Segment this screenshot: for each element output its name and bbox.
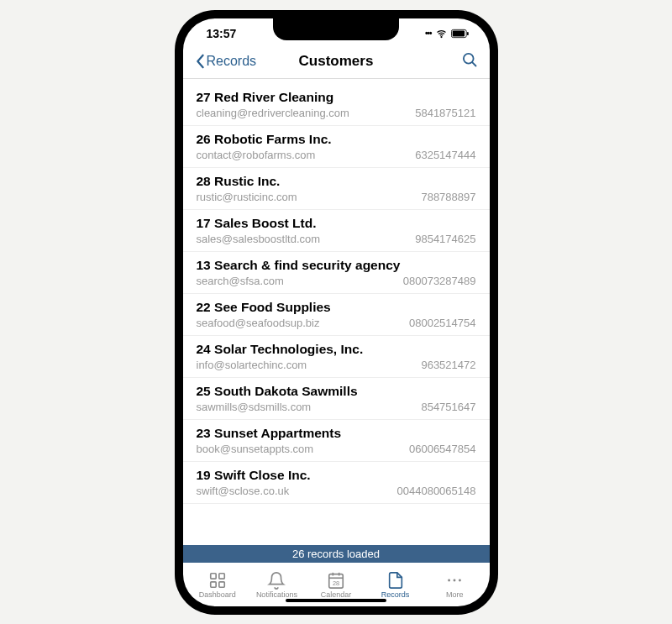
search-icon: [461, 51, 478, 68]
chevron-left-icon: [195, 54, 205, 69]
customer-phone: 854751647: [421, 401, 475, 413]
tab-calendar-label: Calendar: [321, 590, 352, 599]
customer-title: 24 Solar Technologies, Inc.: [197, 342, 476, 357]
bell-icon: [267, 571, 286, 590]
customer-phone: 788788897: [421, 191, 475, 203]
svg-text:28: 28: [333, 579, 339, 587]
customer-phone: 963521472: [421, 359, 475, 371]
tab-more-label: More: [446, 590, 464, 599]
tab-dashboard[interactable]: Dashboard: [188, 571, 248, 599]
svg-rect-8: [211, 582, 216, 587]
more-icon: [445, 571, 464, 590]
home-indicator[interactable]: [286, 599, 386, 602]
customer-phone: 9854174625: [415, 233, 475, 245]
customer-title: 27 Red River Cleaning: [197, 90, 476, 105]
customer-row[interactable]: 19 Swift Close Inc. swift@sclose.co.uk 0…: [183, 462, 490, 504]
customer-title: 26 Robotic Farms Inc.: [197, 132, 476, 147]
dashboard-icon: [208, 571, 227, 590]
customer-email: swift@sclose.co.uk: [197, 485, 290, 497]
svg-line-5: [472, 62, 475, 66]
customer-title: 13 Search & find security agency: [197, 258, 476, 273]
status-time: 13:57: [207, 27, 237, 40]
customer-title: 25 South Dakota Sawmills: [197, 384, 476, 399]
svg-rect-6: [211, 574, 216, 579]
tab-records[interactable]: Records: [365, 571, 425, 599]
cellular-icon: •••: [425, 29, 432, 38]
customer-email: sawmills@sdsmills.com: [197, 401, 312, 413]
customer-email: cleaning@redrivercleaning.com: [197, 107, 349, 119]
customer-email: contact@robofarms.com: [197, 149, 316, 161]
tab-notifications-label: Notifications: [256, 590, 297, 599]
customer-title: 28 Rustic Inc.: [197, 174, 476, 189]
svg-point-16: [454, 579, 456, 582]
customer-row[interactable]: 24 Solar Technologies, Inc. info@solarte…: [183, 336, 490, 378]
customer-phone: 6325147444: [415, 149, 475, 161]
customer-title: 22 See Food Supplies: [197, 300, 476, 315]
calendar-icon: 28: [327, 571, 345, 590]
notch: [273, 18, 399, 40]
svg-point-15: [448, 579, 450, 582]
customer-title: 23 Sunset Appartments: [197, 426, 476, 441]
customer-phone: 08002514754: [409, 317, 476, 329]
screen: 13:57 ••• Records Customers 27 Red River…: [183, 18, 490, 606]
customer-row[interactable]: 13 Search & find security agency search@…: [183, 252, 490, 294]
customer-phone: 06006547854: [409, 443, 476, 455]
customer-phone: 5841875121: [415, 107, 475, 119]
customer-email: search@sfsa.com: [197, 275, 284, 287]
svg-rect-3: [467, 31, 469, 34]
tab-more[interactable]: More: [425, 571, 485, 599]
back-label: Records: [207, 54, 257, 69]
back-button[interactable]: Records: [195, 54, 257, 69]
customer-row[interactable]: 27 Red River Cleaning cleaning@redriverc…: [183, 84, 490, 126]
svg-rect-7: [219, 574, 224, 579]
tab-dashboard-label: Dashboard: [199, 590, 236, 599]
battery-icon: [451, 29, 470, 39]
customer-row[interactable]: 26 Robotic Farms Inc. contact@robofarms.…: [183, 126, 490, 168]
search-button[interactable]: [461, 51, 478, 71]
customer-phone: 080073287489: [403, 275, 476, 287]
records-loaded-banner: 26 records loaded: [183, 545, 490, 563]
customer-row[interactable]: 25 South Dakota Sawmills sawmills@sdsmil…: [183, 378, 490, 420]
customer-list[interactable]: 27 Red River Cleaning cleaning@redriverc…: [183, 79, 490, 545]
customer-title: 17 Sales Boost Ltd.: [197, 216, 476, 231]
records-icon: [386, 571, 405, 590]
svg-rect-9: [219, 582, 224, 587]
customer-email: book@sunsetappts.com: [197, 443, 314, 455]
customer-email: sales@salesboostltd.com: [197, 233, 321, 245]
svg-point-17: [459, 579, 461, 582]
customer-email: seafood@seafoodsup.biz: [197, 317, 320, 329]
svg-point-0: [441, 36, 442, 37]
customer-phone: 0044080065148: [397, 485, 476, 497]
customer-email: info@solartechinc.com: [197, 359, 307, 371]
customer-row[interactable]: 28 Rustic Inc. rustic@rusticinc.com 7887…: [183, 168, 490, 210]
tab-calendar[interactable]: 28 Calendar: [307, 571, 366, 599]
nav-bar: Records Customers: [183, 45, 490, 79]
customer-title: 19 Swift Close Inc.: [197, 468, 476, 483]
phone-frame: 13:57 ••• Records Customers 27 Red River…: [175, 10, 498, 615]
svg-rect-2: [452, 30, 464, 36]
customer-email: rustic@rusticinc.com: [197, 191, 297, 203]
customer-row[interactable]: 22 See Food Supplies seafood@seafoodsup.…: [183, 294, 490, 336]
tab-notifications[interactable]: Notifications: [247, 571, 307, 599]
customer-row[interactable]: 23 Sunset Appartments book@sunsetappts.c…: [183, 420, 490, 462]
status-icons: •••: [425, 29, 470, 39]
customer-row[interactable]: 17 Sales Boost Ltd. sales@salesboostltd.…: [183, 210, 490, 252]
nav-title: Customers: [299, 53, 374, 70]
tab-records-label: Records: [381, 590, 410, 599]
wifi-icon: [435, 29, 448, 39]
